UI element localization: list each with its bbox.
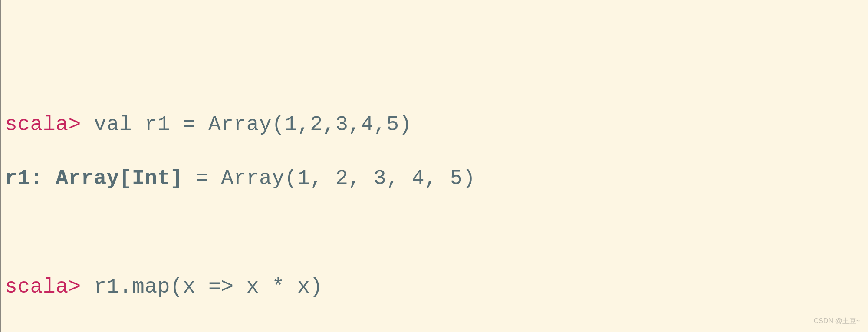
prompt: scala> <box>5 113 81 136</box>
blank-line <box>5 219 868 246</box>
repl-input: val r1 = Array(1,2,3,4,5) <box>81 113 412 136</box>
repl-line-2: scala> r1.map(x => x * x) <box>5 273 868 300</box>
repl-line-1: scala> val r1 = Array(1,2,3,4,5) <box>5 111 868 138</box>
watermark-text: CSDN @土豆~ <box>814 317 860 326</box>
repl-input: r1.map(x => x * x) <box>81 275 323 299</box>
result-value: = Array(1, 4, 9, 16, 25) <box>221 329 539 332</box>
result-value: = Array(1, 2, 3, 4, 5) <box>183 167 475 190</box>
result-type: Array[Int] <box>81 329 221 332</box>
result-type: Array[Int] <box>43 167 183 190</box>
prompt: scala> <box>5 275 81 299</box>
result-label: r1: <box>5 167 43 190</box>
repl-output-1: r1: Array[Int] = Array(1, 2, 3, 4, 5) <box>5 165 868 192</box>
repl-output-2: res57: Array[Int] = Array(1, 4, 9, 16, 2… <box>5 328 868 332</box>
result-label: res57: <box>5 329 81 332</box>
